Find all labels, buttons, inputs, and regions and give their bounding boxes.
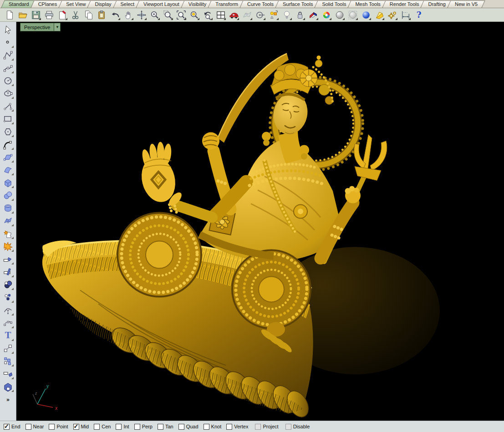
circle-button[interactable] [2, 75, 14, 86]
set-cplane-button[interactable] [255, 9, 266, 20]
explode-button[interactable] [2, 241, 14, 252]
tab-render-tools[interactable]: Render Tools [384, 0, 425, 8]
text-object-button[interactable]: T [2, 330, 14, 341]
zoom-dynamic-button[interactable] [149, 9, 160, 20]
polygon-button[interactable] [2, 126, 14, 137]
explode-assembly-button[interactable] [2, 228, 14, 239]
polyline-button[interactable] [2, 50, 14, 61]
more-tools-button[interactable]: » [2, 394, 14, 405]
options-button[interactable] [387, 9, 398, 20]
tab-curve-tools[interactable]: Curve Tools [241, 0, 280, 8]
osnap-vertex-checkbox[interactable] [226, 424, 232, 430]
osnap-knot-checkbox[interactable] [204, 424, 209, 430]
surface-from-mesh-button[interactable] [2, 215, 14, 227]
arc-button[interactable] [2, 101, 14, 112]
fillet-curve-button[interactable] [2, 139, 14, 150]
hide-objects-button[interactable] [281, 9, 292, 20]
osnap-tan-checkbox[interactable] [158, 424, 163, 430]
copy-button[interactable] [83, 9, 94, 20]
undo-view-change-button[interactable] [202, 9, 213, 20]
layer-state-button[interactable] [307, 9, 319, 20]
boolean-difference-button[interactable] [2, 279, 14, 290]
osnap-vertex[interactable]: Vertex [226, 424, 248, 430]
viewport-title-button[interactable]: Perspective ▼ [20, 23, 61, 31]
osnap-int[interactable]: Int [116, 424, 129, 430]
rotate-object-button[interactable] [2, 368, 14, 380]
named-view-button[interactable] [228, 9, 239, 20]
osnap-mid-checkbox[interactable] [73, 424, 79, 430]
ellipse-button[interactable] [2, 88, 14, 99]
rotate-view-button[interactable] [136, 9, 147, 20]
tab-set-view[interactable]: Set View [60, 0, 92, 8]
osnap-near-checkbox[interactable] [25, 424, 31, 430]
tube-button[interactable] [2, 203, 14, 214]
move-button[interactable] [2, 343, 14, 354]
boolean-union-spheres-button[interactable] [2, 190, 14, 201]
chevron-down-icon[interactable]: ▼ [54, 23, 60, 31]
zoom-extents-button[interactable] [175, 9, 187, 20]
osnap-point[interactable]: Point [49, 424, 68, 430]
rectangle-button[interactable] [2, 113, 14, 125]
surface-plane-button[interactable] [2, 152, 14, 163]
adjust-curve-button[interactable] [2, 305, 14, 316]
box-button[interactable] [2, 177, 14, 188]
copy-objects-button[interactable] [2, 356, 14, 367]
main-toolbar: ? [0, 8, 504, 22]
open-folder-button[interactable] [17, 9, 28, 20]
new-file-button[interactable] [4, 9, 15, 20]
zoom-window-button[interactable] [162, 9, 173, 20]
tab-new-in-v5[interactable]: New in V5 [449, 0, 484, 8]
plan-view-button[interactable] [241, 9, 253, 20]
tab-mesh-tools[interactable]: Mesh Tools [349, 0, 386, 8]
tab-viewport-layout[interactable]: Viewport Layout [137, 0, 185, 8]
tab-surface-tools[interactable]: Surface Tools [277, 0, 319, 8]
osnap-point-checkbox[interactable] [49, 424, 55, 430]
tab-solid-tools[interactable]: Solid Tools [316, 0, 352, 8]
osnap-mid[interactable]: Mid [73, 424, 89, 430]
paste-icon [97, 10, 107, 20]
zoom-selected-button[interactable] [188, 9, 200, 20]
single-point-button[interactable] [2, 37, 14, 48]
viewport-layout-button[interactable] [215, 9, 226, 20]
osnap-quad-checkbox[interactable] [178, 424, 184, 430]
tab-standard[interactable]: Standard [3, 0, 35, 8]
osnap-tan[interactable]: Tan [158, 424, 173, 430]
save-button[interactable] [30, 9, 41, 20]
perspective-viewport[interactable]: Perspective ▼ [16, 22, 504, 421]
pan-button[interactable] [122, 9, 134, 20]
point-cloud-button[interactable] [2, 292, 14, 303]
render-button[interactable] [373, 9, 385, 20]
extrude-solid-button[interactable] [2, 381, 14, 392]
shaded-viewport-button[interactable] [334, 9, 345, 20]
osnap-perp-checkbox[interactable] [134, 424, 140, 430]
ghosted-viewport-button[interactable] [347, 9, 358, 20]
print-button[interactable] [43, 9, 55, 20]
osnap-quad[interactable]: Quad [178, 424, 199, 430]
control-point-curve-button[interactable] [2, 62, 14, 74]
selection-filter-button[interactable] [268, 9, 279, 20]
help-button[interactable]: ? [413, 9, 424, 20]
rendered-viewport-button[interactable] [360, 9, 372, 20]
rebuild-curve-button[interactable] [2, 317, 14, 329]
paste-special-button[interactable] [56, 9, 68, 20]
undo-button[interactable] [109, 9, 121, 20]
split-button[interactable] [2, 266, 14, 278]
lock-objects-button[interactable] [294, 9, 305, 20]
object-display-button[interactable] [321, 9, 332, 20]
osnap-knot[interactable]: Knot [204, 424, 222, 430]
osnap-end-checkbox[interactable] [4, 424, 10, 430]
osnap-perp[interactable]: Perp [134, 424, 153, 430]
tab-transform[interactable]: Transform [209, 0, 244, 8]
osnap-label: Cen [102, 424, 111, 429]
osnap-cen-checkbox[interactable] [94, 424, 100, 430]
select-pointer-button[interactable] [2, 24, 14, 36]
osnap-end[interactable]: End [4, 424, 20, 430]
dimension-button[interactable] [400, 9, 411, 20]
paste-button[interactable] [96, 9, 107, 20]
curved-surface-button[interactable] [2, 164, 14, 176]
osnap-near[interactable]: Near [25, 424, 44, 430]
trim-button[interactable] [2, 254, 14, 265]
cut-button[interactable] [70, 9, 81, 20]
osnap-int-checkbox[interactable] [116, 424, 122, 430]
osnap-cen[interactable]: Cen [94, 424, 111, 430]
